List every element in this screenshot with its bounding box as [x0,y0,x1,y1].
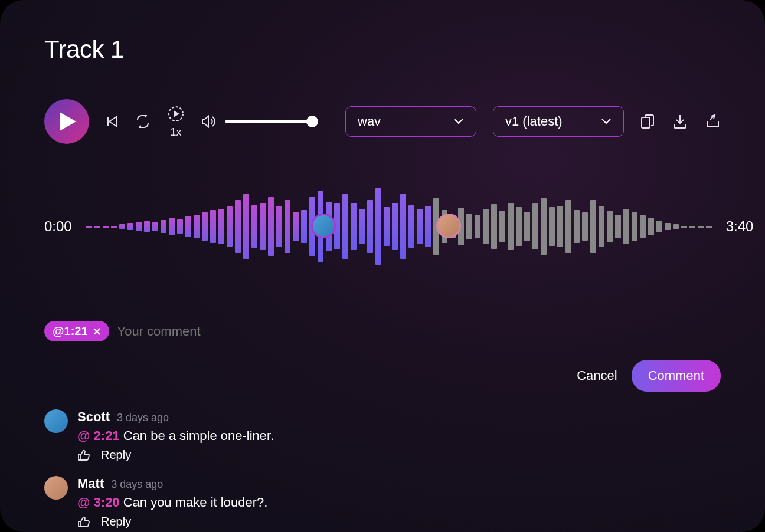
avatar [44,476,68,500]
waveform[interactable] [86,185,712,268]
comment-text: @ 2:21 Can be a simple one-liner. [77,428,721,444]
format-dropdown[interactable]: wav [345,106,476,137]
share-button[interactable] [705,114,721,129]
version-value: v1 (latest) [505,114,563,129]
volume-control [201,115,313,128]
loop-icon [135,115,151,128]
comment-item: Scott 3 days ago @ 2:21 Can be a simple … [44,409,721,462]
copy-button[interactable] [640,114,655,129]
comment-marker-scott[interactable] [311,214,336,238]
volume-slider[interactable] [225,120,313,123]
comment-timestamp[interactable]: @ 3:20 [77,495,120,510]
comment-ago: 3 days ago [111,478,163,491]
comment-timestamp[interactable]: @ 2:21 [77,428,120,443]
time-start: 0:00 [44,218,72,235]
volume-icon [201,115,215,128]
time-end: 3:40 [726,218,754,235]
audio-player-card: Track 1 1x wav v1 (latest) [0,0,765,532]
play-button[interactable] [44,99,89,144]
timestamp-chip-label: @1:21 [53,324,88,338]
speed-icon [167,105,185,123]
download-button[interactable] [672,114,688,129]
close-icon[interactable] [93,327,101,336]
loop-button[interactable] [135,115,151,128]
chevron-down-icon [601,118,612,125]
share-icon [705,114,721,129]
download-icon [672,114,688,129]
reply-button[interactable]: Reply [101,515,131,528]
track-title: Track 1 [44,35,721,64]
comment-input[interactable] [117,324,721,339]
previous-button[interactable] [106,115,119,128]
cancel-button[interactable]: Cancel [577,368,617,383]
avatar [44,409,68,433]
comment-item: Matt 3 days ago @ 3:20 Can you make it l… [44,476,721,528]
comment-ago: 3 days ago [117,412,169,424]
speed-label: 1x [170,126,181,139]
format-value: wav [358,114,381,129]
action-icons [640,114,721,129]
comment-marker-matt[interactable] [436,214,461,238]
version-dropdown[interactable]: v1 (latest) [493,106,624,137]
comment-author: Matt [77,476,104,491]
timestamp-chip[interactable]: @1:21 [44,321,109,341]
thumbs-up-icon[interactable] [77,449,90,461]
skip-back-icon [106,115,119,128]
comment-button[interactable]: Comment [632,360,721,392]
comment-actions: Cancel Comment [44,360,721,392]
svg-rect-1 [642,117,650,128]
volume-thumb[interactable] [306,116,318,127]
comments-list: Scott 3 days ago @ 2:21 Can be a simple … [44,409,721,528]
play-icon [60,112,76,131]
speed-button[interactable]: 1x [167,105,185,139]
thumbs-up-icon[interactable] [77,516,90,528]
chevron-down-icon [453,118,464,125]
comment-author: Scott [77,409,110,425]
playback-controls: 1x wav v1 (latest) [44,99,721,144]
comment-text: @ 3:20 Can you make it louder?. [77,495,721,510]
copy-icon [640,114,655,129]
volume-button[interactable] [201,115,215,128]
reply-button[interactable]: Reply [101,448,131,462]
comment-input-row: @1:21 [44,321,721,349]
waveform-row: 0:00 3:40 [44,185,721,268]
